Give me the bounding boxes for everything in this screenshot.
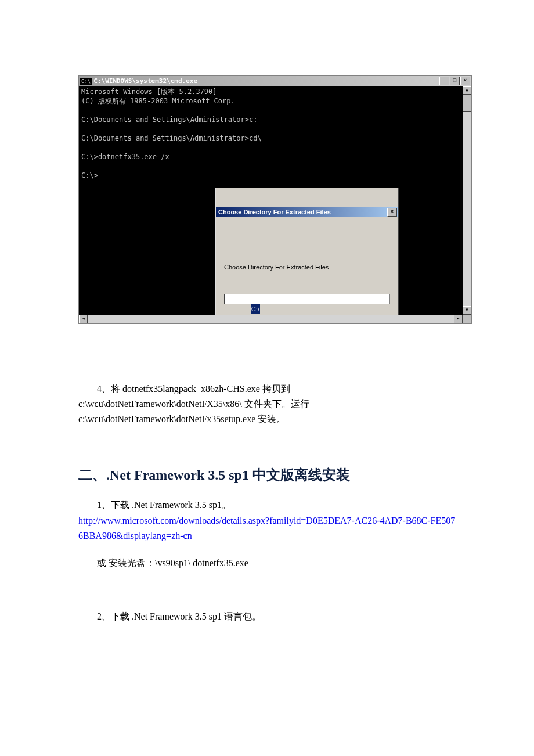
directory-value: C:\	[251, 304, 260, 314]
or-disc-line: 或 安装光盘：\vs90sp1\ dotnetfx35.exe	[78, 556, 456, 570]
resize-grip-icon[interactable]	[463, 315, 471, 323]
cmd-title-text: C:\WINDOWS\system32\cmd.exe	[93, 77, 197, 85]
heading-section-2: 二、.Net Framework 3.5 sp1 中文版离线安装	[78, 468, 456, 482]
extract-dialog: Choose Directory For Extracted Files × C…	[215, 188, 399, 315]
vertical-scrollbar[interactable]: ▲ ▼	[463, 86, 471, 315]
scroll-left-icon[interactable]: ◄	[79, 315, 88, 323]
cmd-titlebar: C:\ C:\WINDOWS\system32\cmd.exe _ □ ×	[79, 76, 471, 86]
cmd-output: Microsoft Windows [版本 5.2.3790] (C) 版权所有…	[79, 86, 463, 315]
scroll-track[interactable]	[463, 112, 471, 306]
dialog-titlebar: Choose Directory For Extracted Files ×	[216, 207, 398, 217]
hscroll-track[interactable]	[88, 315, 454, 323]
cmd-window: C:\ C:\WINDOWS\system32\cmd.exe _ □ × Mi…	[78, 75, 472, 324]
horizontal-scrollbar[interactable]: ◄ ►	[79, 315, 463, 323]
directory-input[interactable]: C:\	[224, 294, 390, 304]
scroll-up-icon[interactable]: ▲	[463, 86, 471, 95]
paragraph-4-line3: c:\wcu\dotNetFramework\dotNetFx35setup.e…	[78, 412, 456, 426]
scroll-thumb[interactable]	[463, 95, 471, 112]
scroll-down-icon[interactable]: ▼	[463, 306, 471, 315]
dialog-label: Choose Directory For Extracted Files	[224, 262, 390, 272]
paragraph-4-line2: c:\wcu\dotNetFramework\dotNetFX35\x86\ 文…	[78, 397, 456, 411]
dialog-close-button[interactable]: ×	[387, 208, 397, 217]
dialog-title: Choose Directory For Extracted Files	[218, 207, 331, 217]
scroll-right-icon[interactable]: ►	[454, 315, 463, 323]
close-button[interactable]: ×	[460, 77, 470, 85]
download-link[interactable]: http://www.microsoft.com/downloads/detai…	[78, 513, 456, 543]
minimize-button[interactable]: _	[439, 77, 449, 85]
cmd-text: Microsoft Windows [版本 5.2.3790] (C) 版权所有…	[81, 88, 262, 179]
step-2: 2、下载 .Net Framework 3.5 sp1 语言包。	[78, 610, 456, 624]
step-1: 1、下载 .Net Framework 3.5 sp1。	[78, 498, 456, 512]
paragraph-4-line1: 4、将 dotnetfx35langpack_x86zh-CHS.exe 拷贝到	[78, 382, 456, 396]
maximize-button[interactable]: □	[450, 77, 460, 85]
cmd-icon: C:\	[80, 78, 92, 85]
